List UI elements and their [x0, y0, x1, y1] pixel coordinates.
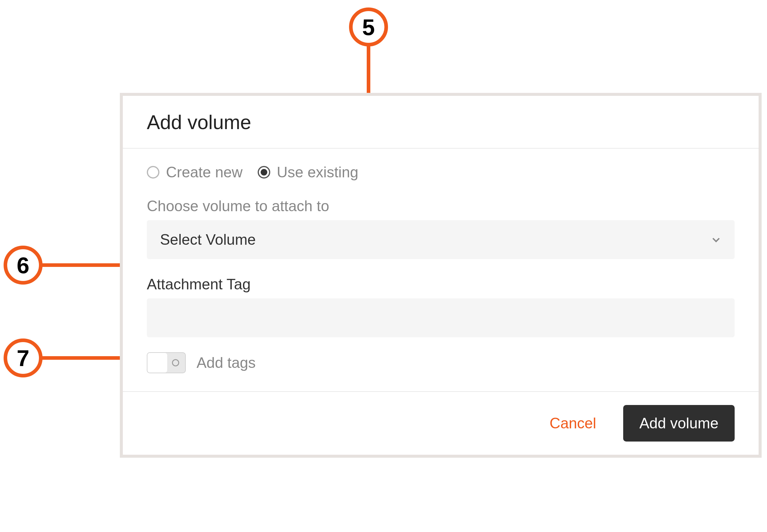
- add-tags-toggle[interactable]: [147, 352, 186, 373]
- callout-6: 6: [4, 246, 43, 285]
- add-tags-label: Add tags: [197, 354, 256, 371]
- dialog-title: Add volume: [147, 111, 735, 134]
- add-tags-row: Add tags: [147, 352, 735, 373]
- radio-use-existing[interactable]: Use existing: [258, 164, 358, 181]
- callout-5-number: 5: [362, 14, 375, 40]
- radio-use-existing-indicator: [258, 166, 270, 179]
- cancel-button[interactable]: Cancel: [540, 409, 605, 438]
- radio-create-new-label: Create new: [166, 164, 243, 181]
- volume-mode-radios: Create new Use existing: [147, 164, 735, 181]
- callout-7-line: [41, 356, 123, 360]
- attachment-tag-label: Attachment Tag: [147, 276, 735, 293]
- radio-create-new[interactable]: Create new: [147, 164, 243, 181]
- add-volume-button[interactable]: Add volume: [623, 405, 735, 442]
- dialog-footer: Cancel Add volume: [123, 392, 759, 455]
- chevron-down-icon: [711, 234, 721, 245]
- choose-volume-label: Choose volume to attach to: [147, 197, 735, 215]
- select-volume-value: Select Volume: [160, 231, 256, 248]
- radio-use-existing-label: Use existing: [277, 164, 358, 181]
- callout-7-number: 7: [17, 345, 29, 371]
- attachment-tag-input[interactable]: [147, 298, 735, 337]
- callout-6-line: [41, 263, 123, 267]
- radio-create-new-indicator: [147, 166, 159, 179]
- callout-5: 5: [349, 7, 388, 46]
- callout-7: 7: [4, 338, 43, 377]
- dialog-body: Create new Use existing Choose volume to…: [123, 149, 759, 392]
- callout-6-number: 6: [17, 252, 29, 278]
- select-volume-dropdown[interactable]: Select Volume: [147, 220, 735, 259]
- add-volume-dialog: Add volume Create new Use existing Choos…: [120, 93, 762, 458]
- dialog-header: Add volume: [123, 96, 759, 149]
- toggle-off-indicator-icon: [172, 359, 179, 366]
- toggle-knob: [147, 353, 167, 373]
